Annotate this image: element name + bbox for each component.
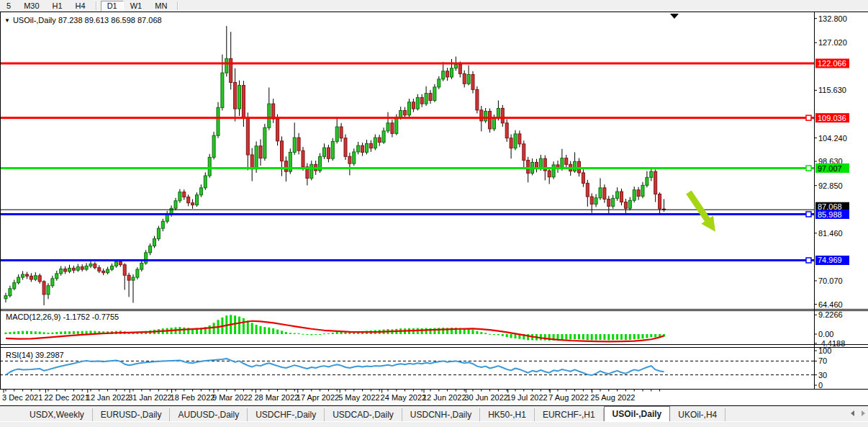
hline-price-tag: 74.969 [818,256,842,264]
price-axis-label: 104.240 [818,134,847,143]
chart-title-ohlc: 87.238 89.613 86.598 87.068 [58,16,162,24]
date-axis-label: 28 Mar 2022 [254,393,299,402]
date-axis-label: 22 Dec 2021 [44,393,89,402]
tab-usdcad-daily[interactable]: USDCAD-,Daily [325,408,402,421]
macd-indicator-label: MACD(12,26,9) -1.1752 -0.7755 [6,313,119,321]
date-axis-label: 31 Jan 2022 [128,393,172,402]
timeframe-button-mn[interactable]: MN [148,1,173,12]
date-axis-label: 12 Jan 2022 [86,393,130,402]
date-axis-label: 17 Apr 2022 [297,393,339,402]
date-axis-label: 3 Dec 2021 [2,393,42,402]
tab-ukoil-h4[interactable]: UKOil-,H4 [670,408,725,421]
tab-eurchf-h1[interactable]: EURCHF-,H1 [535,408,604,421]
tab-scroll-buttons [851,410,865,416]
date-axis-label: 19 Jul 2022 [507,393,548,402]
price-axis-label: 132.800 [818,14,847,23]
date-axis-label: 12 Jun 2022 [422,393,466,402]
chart-title: ▼USOil-,Daily 87.238 89.613 86.598 87.06… [4,16,162,24]
price-axis-label: 64.460 [818,300,843,309]
timeframe-button-5[interactable]: 5 [0,1,17,12]
symbol-dropdown-icon[interactable]: ▼ [4,17,10,24]
toolbar-separator [96,1,97,10]
rsi-indicator-label: RSI(14) 39.2987 [6,351,64,359]
hline-price-tag: 97.007 [818,164,842,173]
chart-canvas[interactable]: 132.800127.020115.630104.24098.63092.850… [0,0,868,427]
rsi-axis-label: 100 [818,346,831,355]
hline-price-tag: 109.036 [818,114,846,122]
toolbar-separator [177,1,178,10]
rsi-axis-label: 0 [818,381,823,390]
timeframe-button-w1[interactable]: W1 [124,1,149,12]
tab-usdx-weekly[interactable]: USDX,Weekly [22,408,93,421]
timeframe-button-m30[interactable]: M30 [17,1,45,12]
date-axis-label: 9 Mar 2022 [212,393,253,402]
hline-handle[interactable] [806,212,811,217]
tab-usdcnh-daily[interactable]: USDCNH-,Daily [402,408,480,421]
tab-usdchf-daily[interactable]: USDCHF-,Daily [248,408,325,421]
date-axis-label: 24 May 2022 [381,393,427,402]
price-axis-label: 127.020 [818,38,847,47]
rsi-axis-label: 70 [818,356,827,365]
timeframe-button-h4[interactable]: H4 [69,1,92,12]
timeframe-button-h1[interactable]: H1 [46,1,69,12]
tab-hk50-h1[interactable]: HK50-,H1 [480,408,535,421]
hline-price-tag: 122.066 [818,59,846,68]
tab-eurusd-daily[interactable]: EURUSD-,Daily [93,408,171,421]
mt4-window: 132.800127.020115.630104.24098.63092.850… [0,0,868,427]
hline-handle[interactable] [806,166,811,171]
price-axis-label: 70.070 [818,277,843,285]
price-axis-label: 81.460 [818,229,843,238]
rsi-axis-label: 30 [818,371,827,379]
timeframe-toolbar: 5M30H1H4D1W1MN [0,0,868,12]
chart-tabs: USDX,WeeklyEURUSD-,DailyAUDUSD-,DailyUSD… [0,406,868,421]
chart-title-symbol: USOil-,Daily [13,16,56,24]
macd-axis-label: 0.00 [818,330,833,338]
date-axis-label: 18 Feb 2022 [171,393,215,402]
price-axis-label: 115.630 [818,86,846,94]
tab-usoil-daily[interactable]: USOil-,Daily [604,406,671,421]
hline-price-tag: 85.988 [818,210,842,219]
date-axis-label: 5 May 2022 [338,393,379,402]
status-bar [0,421,868,427]
macd-axis-label: 9.2266 [818,310,843,319]
price-axis-label: 92.850 [818,181,843,190]
timeframe-button-d1[interactable]: D1 [101,1,124,12]
hline-handle[interactable] [806,258,811,263]
date-axis-label: 7 Aug 2022 [548,393,589,402]
tab-audusd-daily[interactable]: AUDUSD-,Daily [170,408,248,421]
date-axis-label: 30 Jun 2022 [464,393,508,402]
hline-handle[interactable] [806,115,811,120]
date-axis-label: 25 Aug 2022 [591,393,636,402]
tab-scroll-right-icon[interactable] [862,410,865,416]
tab-scroll-left-icon[interactable] [851,410,854,416]
